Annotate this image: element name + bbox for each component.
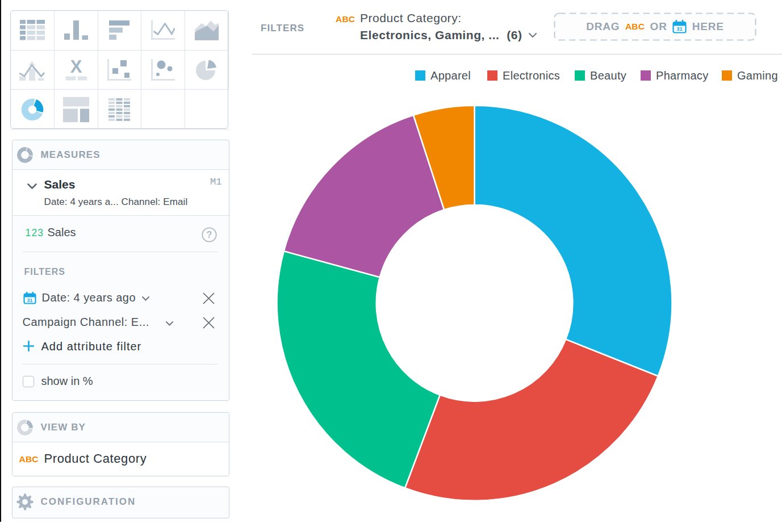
- svg-text:X: X: [70, 58, 82, 77]
- svg-text:31: 31: [27, 298, 32, 303]
- svg-text:?: ?: [206, 230, 212, 240]
